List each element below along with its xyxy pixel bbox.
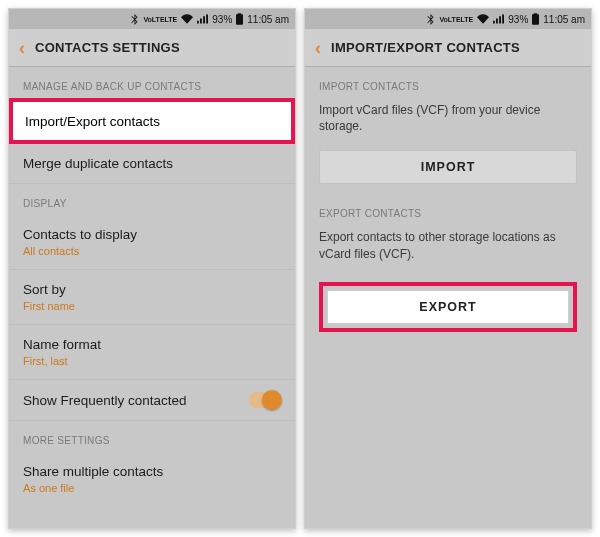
wifi-icon	[181, 14, 193, 24]
settings-content: MANAGE AND BACK UP CONTACTS Import/Expor…	[9, 67, 295, 528]
row-name-format[interactable]: Name format First, last	[9, 325, 295, 380]
signal-icon	[493, 14, 504, 24]
clock-time: 11:05 am	[543, 14, 585, 25]
row-share-label: Share multiple contacts	[23, 464, 281, 479]
bluetooth-icon	[130, 14, 139, 25]
row-frequently-contacted[interactable]: Show Frequently contacted	[9, 380, 295, 421]
section-display: DISPLAY	[9, 184, 295, 215]
phone-import-export: VoLTELTE 93% 11:05 am ‹ IMPORT/EXPORT CO…	[304, 8, 592, 529]
export-button[interactable]: EXPORT	[327, 290, 569, 324]
status-bar: VoLTELTE 93% 11:05 am	[305, 9, 591, 29]
volte-icon: VoLTELTE	[439, 16, 473, 23]
row-sort-label: Sort by	[23, 282, 281, 297]
bluetooth-icon	[426, 14, 435, 25]
export-button-highlight: EXPORT	[319, 282, 577, 332]
row-sort-by[interactable]: Sort by First name	[9, 270, 295, 325]
row-merge-duplicates[interactable]: Merge duplicate contacts	[9, 144, 295, 184]
section-manage: MANAGE AND BACK UP CONTACTS	[9, 67, 295, 98]
battery-percent: 93%	[508, 14, 528, 25]
section-export: EXPORT CONTACTS	[305, 194, 591, 225]
row-nf-sub: First, last	[23, 355, 281, 367]
volte-icon: VoLTELTE	[143, 16, 177, 23]
export-description: Export contacts to other storage locatio…	[305, 225, 591, 273]
app-header: ‹ IMPORT/EXPORT CONTACTS	[305, 29, 591, 67]
row-import-export[interactable]: Import/Export contacts	[9, 98, 295, 144]
app-header: ‹ CONTACTS SETTINGS	[9, 29, 295, 67]
row-ctd-sub: All contacts	[23, 245, 281, 257]
row-merge-label: Merge duplicate contacts	[23, 156, 173, 171]
section-more: MORE SETTINGS	[9, 421, 295, 452]
svg-rect-0	[237, 16, 242, 24]
row-import-export-label: Import/Export contacts	[25, 114, 160, 129]
row-freq-label: Show Frequently contacted	[23, 393, 187, 408]
signal-icon	[197, 14, 208, 24]
svg-rect-1	[533, 16, 538, 24]
row-share-multiple[interactable]: Share multiple contacts As one file	[9, 452, 295, 506]
section-import: IMPORT CONTACTS	[305, 67, 591, 98]
status-bar: VoLTELTE 93% 11:05 am	[9, 9, 295, 29]
row-sort-sub: First name	[23, 300, 281, 312]
wifi-icon	[477, 14, 489, 24]
phone-contacts-settings: VoLTELTE 93% 11:05 am ‹ CONTACTS SETTING…	[8, 8, 296, 529]
battery-percent: 93%	[212, 14, 232, 25]
row-nf-label: Name format	[23, 337, 281, 352]
row-ctd-label: Contacts to display	[23, 227, 281, 242]
row-contacts-to-display[interactable]: Contacts to display All contacts	[9, 215, 295, 270]
back-icon[interactable]: ‹	[19, 39, 25, 57]
import-button[interactable]: IMPORT	[319, 150, 577, 184]
header-title: IMPORT/EXPORT CONTACTS	[331, 40, 520, 55]
screenshot-canvas: VoLTELTE 93% 11:05 am ‹ CONTACTS SETTING…	[0, 0, 600, 537]
import-description: Import vCard files (VCF) from your devic…	[305, 98, 591, 146]
header-title: CONTACTS SETTINGS	[35, 40, 180, 55]
row-share-sub: As one file	[23, 482, 281, 494]
battery-icon	[532, 13, 539, 25]
clock-time: 11:05 am	[247, 14, 289, 25]
back-icon[interactable]: ‹	[315, 39, 321, 57]
battery-icon	[236, 13, 243, 25]
import-export-content: IMPORT CONTACTS Import vCard files (VCF)…	[305, 67, 591, 528]
toggle-frequently-contacted[interactable]	[249, 392, 281, 408]
